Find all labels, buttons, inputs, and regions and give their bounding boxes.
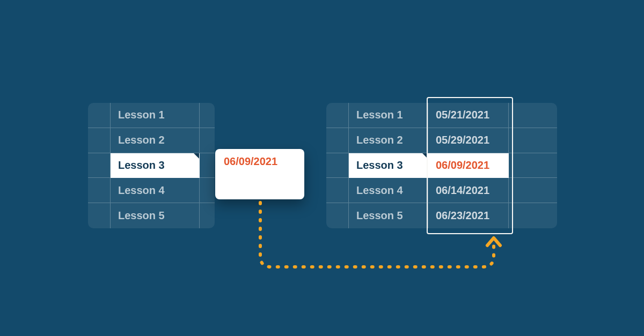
lesson-label: Lesson 1 (349, 103, 428, 128)
popover-date: 06/09/2021 (224, 155, 277, 168)
row-gutter (326, 203, 349, 228)
trailing-gutter (509, 203, 557, 228)
lesson-label[interactable]: Lesson 3 (111, 153, 200, 178)
date-popover[interactable]: 06/09/2021 (215, 149, 304, 199)
trailing-gutter (200, 153, 215, 178)
lesson-date: 05/21/2021 (428, 103, 509, 128)
lesson-label: Lesson 4 (111, 178, 200, 203)
trailing-gutter (200, 103, 215, 128)
lesson-label: Lesson 2 (349, 128, 428, 153)
trailing-gutter (509, 103, 557, 128)
row-gutter (88, 103, 111, 128)
lesson-label: Lesson 1 (111, 103, 200, 128)
row-gutter (326, 103, 349, 128)
lesson-label: Lesson 5 (111, 203, 200, 228)
lesson-label[interactable]: Lesson 3 (349, 153, 428, 178)
lesson-label: Lesson 4 (349, 178, 428, 203)
row-gutter (326, 153, 349, 178)
row-gutter (88, 203, 111, 228)
diagram-stage: Lesson 1 Lesson 2 Lesson 3 Lesson 4 Less (0, 0, 644, 336)
trailing-gutter (509, 128, 557, 153)
lesson-label: Lesson 5 (349, 203, 428, 228)
right-spreadsheet: Lesson 1 05/21/2021 Lesson 2 05/29/2021 … (326, 103, 557, 228)
row-gutter (326, 128, 349, 153)
lesson-label: Lesson 2 (111, 128, 200, 153)
trailing-gutter (509, 153, 557, 178)
left-spreadsheet: Lesson 1 Lesson 2 Lesson 3 Lesson 4 Less (88, 103, 215, 228)
row-gutter (88, 153, 111, 178)
row-gutter (88, 128, 111, 153)
row-gutter (326, 178, 349, 203)
trailing-gutter (200, 203, 215, 228)
lesson-date: 06/14/2021 (428, 178, 509, 203)
trailing-gutter (200, 178, 215, 203)
arrow-head-icon (487, 238, 500, 245)
trailing-gutter (200, 128, 215, 153)
lesson-date: 06/23/2021 (428, 203, 509, 228)
row-gutter (88, 178, 111, 203)
lesson-date[interactable]: 06/09/2021 (428, 153, 509, 178)
lesson-date: 05/29/2021 (428, 128, 509, 153)
trailing-gutter (509, 178, 557, 203)
